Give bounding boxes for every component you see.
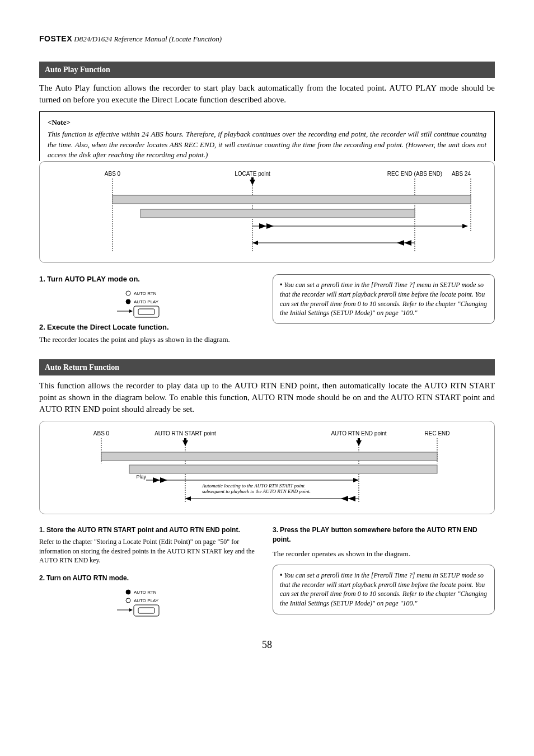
- preroll-note-box: • You can set a preroll time in the [Pre…: [273, 274, 495, 324]
- svg-rect-37: [184, 438, 186, 442]
- svg-marker-44: [153, 477, 160, 483]
- auto-play-button-icon: AUTO RTN AUTO PLAY: [117, 288, 184, 319]
- svg-marker-51: [341, 496, 348, 501]
- preroll-note-text-2: You can set a preroll time in the [Prero…: [280, 571, 487, 607]
- svg-text:AUTO RTN: AUTO RTN: [134, 590, 157, 595]
- diagram-auto-play: ABS 0 LOCATE point REC END (ABS END) ABS…: [39, 161, 495, 263]
- auto-rtn-button-icon: AUTO RTN AUTO PLAY: [117, 586, 184, 618]
- step-number: 2.: [39, 574, 45, 582]
- svg-text:Automatic locating to the AUTO: Automatic locating to the AUTO RTN START…: [202, 483, 305, 489]
- manual-title: D824/D1624 Reference Manual (Locate Func…: [74, 35, 222, 43]
- svg-marker-19: [404, 240, 411, 246]
- svg-marker-15: [462, 224, 468, 228]
- page-header: FOSTEX D824/D1624 Reference Manual (Loca…: [39, 34, 495, 45]
- step-number: 1.: [39, 526, 45, 534]
- auto-return-intro: This function allows the recorder to pla…: [39, 380, 495, 415]
- section-auto-return-title: Auto Return Function: [39, 359, 495, 376]
- svg-text:AUTO PLAY: AUTO PLAY: [134, 299, 159, 304]
- step-text: Store the AUTO RTN START point and AUTO …: [46, 526, 240, 534]
- svg-rect-41: [129, 465, 437, 473]
- svg-rect-10: [113, 195, 471, 204]
- svg-point-55: [126, 598, 130, 603]
- diagram-auto-return: ABS 0 AUTO RTN START point AUTO RTN END …: [39, 421, 495, 514]
- svg-marker-50: [185, 496, 191, 501]
- svg-rect-40: [101, 452, 437, 461]
- svg-text:REC END (ABS END): REC END (ABS END): [387, 171, 442, 177]
- svg-marker-18: [397, 240, 404, 246]
- svg-rect-9: [251, 177, 254, 181]
- svg-text:ABS 24: ABS 24: [452, 171, 471, 177]
- svg-marker-60: [129, 608, 133, 612]
- svg-marker-45: [160, 477, 167, 483]
- svg-rect-25: [138, 309, 154, 314]
- svg-marker-52: [348, 496, 355, 501]
- auto-return-result: The recorder operates as shown in the di…: [273, 549, 495, 559]
- svg-point-22: [126, 299, 130, 304]
- note-label: <Note>: [48, 118, 486, 128]
- auto-play-intro: The Auto Play function allows the record…: [39, 82, 495, 106]
- svg-text:ABS 0: ABS 0: [105, 171, 121, 177]
- auto-play-result: The recorder locates the point and plays…: [39, 335, 261, 345]
- svg-text:ABS 0: ABS 0: [93, 430, 110, 436]
- svg-rect-39: [358, 438, 360, 442]
- auto-play-steps-row: 1. Turn AUTO PLAY mode on. AUTO RTN AUTO…: [39, 274, 495, 345]
- svg-marker-43: [353, 478, 359, 482]
- svg-text:AUTO PLAY: AUTO PLAY: [134, 598, 159, 603]
- step-number: 1.: [39, 275, 45, 283]
- step-number: 3.: [273, 526, 278, 534]
- brand-logo: FOSTEX: [39, 34, 72, 43]
- section-auto-play-title: Auto Play Function: [39, 62, 495, 78]
- step-text: Turn on AUTO RTN mode.: [46, 574, 129, 582]
- svg-rect-11: [140, 209, 415, 218]
- auto-return-steps-row: 1. Store the AUTO RTN START point and AU…: [39, 525, 495, 621]
- step-text: Turn AUTO PLAY mode on.: [47, 275, 140, 283]
- svg-marker-13: [259, 223, 266, 229]
- svg-point-20: [126, 291, 130, 295]
- svg-marker-17: [252, 241, 258, 245]
- preroll-note-box-2: • You can set a preroll time in the [Pre…: [273, 565, 495, 614]
- svg-marker-27: [129, 309, 133, 313]
- svg-text:Play: Play: [136, 474, 146, 480]
- svg-text:subsequent to playback to the : subsequent to playback to the AUTO RTN E…: [202, 489, 311, 494]
- step-text: Execute the Direct Locate function.: [47, 323, 168, 331]
- step1-ref: Refer to the chapter "Storing a Locate P…: [39, 537, 261, 565]
- svg-text:LOCATE point: LOCATE point: [235, 171, 270, 177]
- note-text: This function is effective within 24 ABS…: [48, 129, 486, 160]
- step-text: Press the PLAY button somewhere before t…: [273, 526, 477, 543]
- step-number: 2.: [39, 323, 45, 331]
- note-box-auto-play: <Note> This function is effective within…: [39, 111, 495, 161]
- svg-text:AUTO RTN: AUTO RTN: [134, 291, 157, 296]
- svg-text:REC END: REC END: [424, 430, 449, 436]
- page-number: 58: [39, 638, 495, 652]
- svg-text:AUTO RTN START point: AUTO RTN START point: [154, 430, 216, 436]
- svg-rect-58: [138, 608, 154, 613]
- svg-text:AUTO RTN END point: AUTO RTN END point: [331, 430, 386, 436]
- svg-point-53: [126, 590, 130, 594]
- svg-marker-14: [266, 223, 274, 229]
- preroll-note-text: You can set a preroll time in the [Prero…: [280, 281, 487, 317]
